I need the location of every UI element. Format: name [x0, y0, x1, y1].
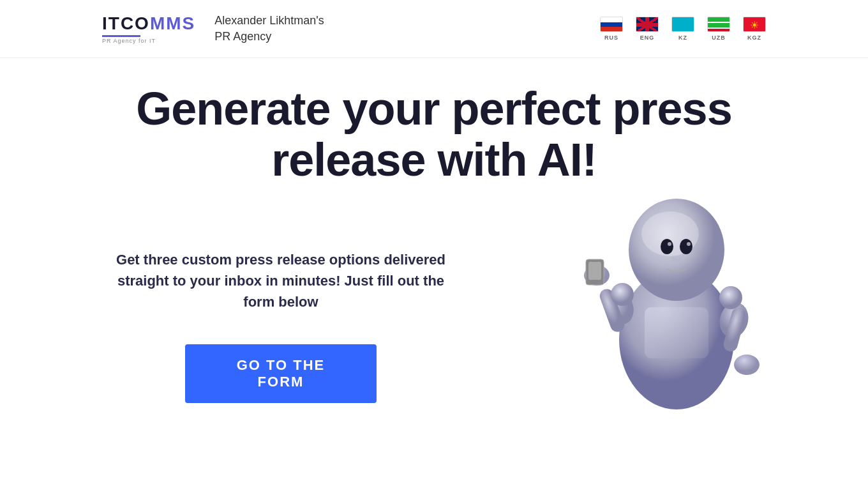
- go-to-form-button[interactable]: GO TO THE FORM: [185, 344, 377, 403]
- flag-kz: [671, 17, 694, 32]
- robot-illustration: [523, 96, 830, 467]
- language-nav: RUS ENG KZ: [600, 17, 766, 41]
- content-area: Get three custom press release options d…: [102, 224, 766, 403]
- description-text: Get three custom press release options d…: [102, 249, 460, 312]
- agency-name: Alexander Likhtman's PR Agency: [214, 13, 324, 45]
- lang-label-kgz: KGZ: [747, 34, 761, 41]
- svg-point-19: [719, 286, 742, 309]
- lang-kgz[interactable]: KGZ: [743, 17, 766, 41]
- flag-kg: [743, 17, 766, 32]
- svg-point-15: [734, 355, 760, 375]
- lang-uzb[interactable]: UZB: [707, 17, 730, 41]
- lang-label-rus: RUS: [604, 34, 618, 41]
- logo: ITCOMMS PR Agency for IT: [102, 13, 195, 44]
- site-header: ITCOMMS PR Agency for IT Alexander Likht…: [0, 0, 868, 58]
- svg-point-7: [668, 242, 671, 246]
- main-content: Generate your perfect press release with…: [0, 58, 868, 467]
- svg-point-8: [687, 242, 691, 246]
- logo-text: ITCOMMS: [102, 13, 195, 34]
- svg-point-5: [661, 239, 673, 254]
- svg-rect-1: [645, 307, 708, 358]
- svg-point-9: [671, 256, 682, 263]
- svg-point-18: [611, 283, 634, 306]
- logo-subtitle: PR Agency for IT: [102, 38, 156, 44]
- left-content: Get three custom press release options d…: [102, 224, 460, 403]
- lang-eng[interactable]: ENG: [636, 17, 659, 41]
- lang-label-uzb: UZB: [712, 34, 726, 41]
- robot-svg: [542, 122, 811, 441]
- lang-kz[interactable]: KZ: [671, 17, 694, 41]
- logo-underline: [102, 35, 140, 37]
- lang-rus[interactable]: RUS: [600, 17, 623, 41]
- header-left: ITCOMMS PR Agency for IT Alexander Likht…: [102, 13, 324, 45]
- flag-uz: [707, 17, 730, 32]
- svg-rect-17: [588, 262, 601, 280]
- flag-russia: [600, 17, 623, 32]
- lang-label-eng: ENG: [640, 34, 655, 41]
- flag-uk: [636, 17, 659, 32]
- lang-label-kz: KZ: [678, 34, 687, 41]
- svg-point-6: [680, 239, 692, 254]
